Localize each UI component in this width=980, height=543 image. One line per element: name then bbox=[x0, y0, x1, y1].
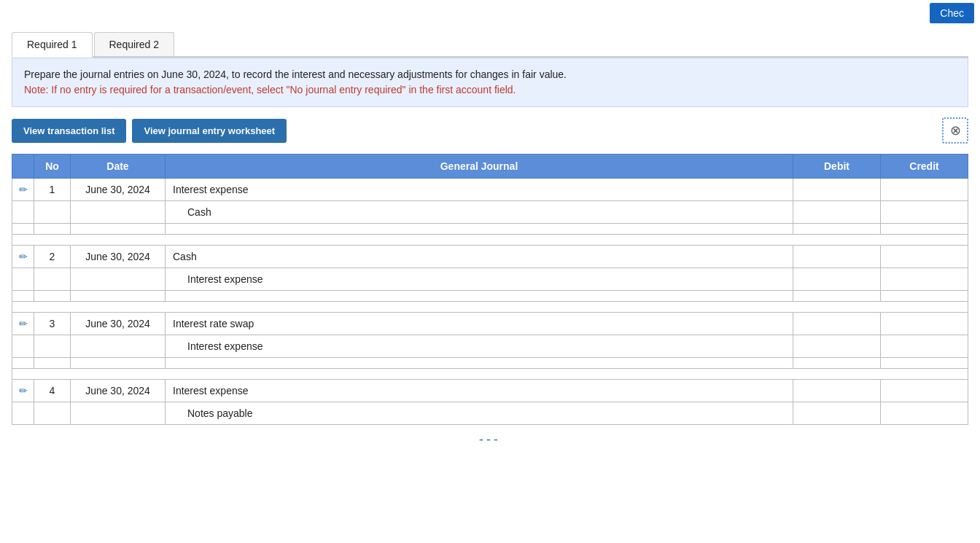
debit-field[interactable] bbox=[793, 268, 881, 291]
entry-no: 1 bbox=[34, 179, 71, 201]
table-row bbox=[12, 224, 968, 235]
debit-field[interactable] bbox=[793, 246, 881, 268]
credit-field[interactable] bbox=[881, 380, 968, 402]
no-header: No bbox=[34, 155, 71, 179]
credit-field[interactable] bbox=[881, 179, 968, 201]
toolbar: View transaction list View journal entry… bbox=[12, 117, 968, 144]
close-dotted-button[interactable]: ⊗ bbox=[942, 117, 968, 144]
account-field[interactable]: Cash bbox=[166, 246, 793, 268]
date-header: Date bbox=[71, 155, 166, 179]
top-bar: Chec bbox=[0, 0, 980, 26]
table-row: ✏3June 30, 2024Interest rate swap bbox=[12, 313, 968, 335]
account-field[interactable]: Interest expense bbox=[166, 335, 793, 358]
instruction-note: Note: If no entry is required for a tran… bbox=[24, 84, 516, 95]
credit-field[interactable] bbox=[881, 313, 968, 335]
entry-date: June 30, 2024 bbox=[71, 179, 166, 201]
tab-required1[interactable]: Required 1 bbox=[12, 32, 93, 58]
spacer-row bbox=[12, 235, 968, 246]
entry-date: June 30, 2024 bbox=[71, 246, 166, 268]
entry-date: June 30, 2024 bbox=[71, 380, 166, 402]
view-transaction-list-button[interactable]: View transaction list bbox=[12, 119, 126, 143]
credit-field[interactable] bbox=[881, 358, 968, 369]
table-row: Interest expense bbox=[12, 335, 968, 358]
edit-icon[interactable]: ✏ bbox=[12, 380, 34, 402]
journal-table: No Date General Journal Debit Credit ✏1J… bbox=[12, 154, 968, 425]
table-row: Interest expense bbox=[12, 268, 968, 291]
chec-button[interactable]: Chec bbox=[930, 3, 974, 23]
debit-field[interactable] bbox=[793, 201, 881, 224]
entry-no: 3 bbox=[34, 313, 71, 335]
general-journal-header: General Journal bbox=[166, 155, 793, 179]
credit-field[interactable] bbox=[881, 402, 968, 425]
edit-icon[interactable]: ✏ bbox=[12, 313, 34, 335]
entry-no: 2 bbox=[34, 246, 71, 268]
table-row bbox=[12, 291, 968, 302]
entry-no: 4 bbox=[34, 380, 71, 402]
table-row bbox=[12, 358, 968, 369]
table-row: ✏4June 30, 2024Interest expense bbox=[12, 380, 968, 402]
close-icon: ⊗ bbox=[950, 122, 961, 138]
spacer-row bbox=[12, 302, 968, 313]
credit-field[interactable] bbox=[881, 268, 968, 291]
instruction-box: Prepare the journal entries on June 30, … bbox=[12, 58, 968, 107]
debit-field[interactable] bbox=[793, 179, 881, 201]
account-field[interactable]: Interest expense bbox=[166, 380, 793, 402]
credit-field[interactable] bbox=[881, 224, 968, 235]
account-field[interactable]: Cash bbox=[166, 201, 793, 224]
debit-field[interactable] bbox=[793, 380, 881, 402]
table-row: Notes payable bbox=[12, 402, 968, 425]
debit-field[interactable] bbox=[793, 335, 881, 358]
debit-header: Debit bbox=[793, 155, 881, 179]
edit-col-header bbox=[12, 155, 34, 179]
account-field[interactable]: Notes payable bbox=[166, 402, 793, 425]
debit-field[interactable] bbox=[793, 358, 881, 369]
debit-field[interactable] bbox=[793, 291, 881, 302]
credit-field[interactable] bbox=[881, 335, 968, 358]
credit-header: Credit bbox=[881, 155, 968, 179]
account-field[interactable] bbox=[166, 291, 793, 302]
entry-date: June 30, 2024 bbox=[71, 313, 166, 335]
debit-field[interactable] bbox=[793, 402, 881, 425]
pagination-dots: --- bbox=[479, 432, 501, 447]
table-row: ✏1June 30, 2024Interest expense bbox=[12, 179, 968, 201]
tabs-container: Required 1 Required 2 bbox=[12, 32, 968, 58]
account-field[interactable]: Interest expense bbox=[166, 268, 793, 291]
view-journal-entry-worksheet-button[interactable]: View journal entry worksheet bbox=[132, 119, 287, 143]
account-field[interactable] bbox=[166, 358, 793, 369]
account-field[interactable] bbox=[166, 224, 793, 235]
table-row: Cash bbox=[12, 201, 968, 224]
credit-field[interactable] bbox=[881, 201, 968, 224]
spacer-row bbox=[12, 369, 968, 380]
debit-field[interactable] bbox=[793, 224, 881, 235]
credit-field[interactable] bbox=[881, 291, 968, 302]
credit-field[interactable] bbox=[881, 246, 968, 268]
edit-icon[interactable]: ✏ bbox=[12, 246, 34, 268]
edit-icon[interactable]: ✏ bbox=[12, 179, 34, 201]
debit-field[interactable] bbox=[793, 313, 881, 335]
instruction-main: Prepare the journal entries on June 30, … bbox=[24, 69, 567, 80]
tab-required2[interactable]: Required 2 bbox=[94, 32, 175, 56]
account-field[interactable]: Interest expense bbox=[166, 179, 793, 201]
account-field[interactable]: Interest rate swap bbox=[166, 313, 793, 335]
table-row: ✏2June 30, 2024Cash bbox=[12, 246, 968, 268]
pagination: --- bbox=[0, 425, 980, 455]
